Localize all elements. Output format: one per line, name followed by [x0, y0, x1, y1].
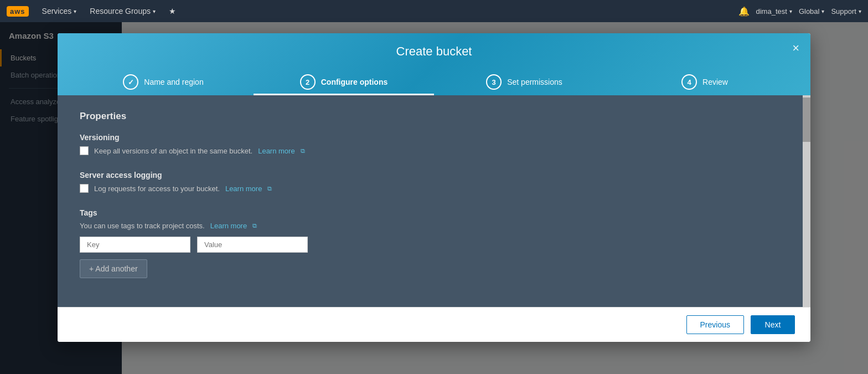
aws-logo[interactable]: aws: [7, 6, 29, 17]
bell-icon: 🔔: [738, 6, 750, 17]
server-logging-learn-more[interactable]: Learn more: [225, 185, 262, 193]
versioning-learn-more[interactable]: Learn more: [258, 147, 294, 155]
nav-user[interactable]: dima_test ▾: [756, 7, 792, 16]
top-nav: aws Services ▾ Resource Groups ▾ ★ 🔔 dim…: [0, 0, 868, 22]
step-2-label: Configure options: [321, 78, 388, 86]
step-4-number: 4: [687, 78, 691, 86]
server-logging-label: Log requests for access to your bucket.: [94, 185, 220, 193]
server-logging-external-icon: ⧉: [267, 185, 272, 192]
versioning-external-icon: ⧉: [301, 147, 305, 155]
modal-title: Create bucket: [396, 44, 472, 59]
next-button[interactable]: Next: [751, 315, 795, 334]
tags-group: Tags You can use tags to track project c…: [80, 208, 781, 278]
nav-pin[interactable]: ★: [164, 0, 180, 22]
services-chevron-icon: ▾: [74, 8, 76, 14]
modal-title-row: Create bucket: [73, 44, 795, 59]
create-bucket-modal: Create bucket × ✓ Name and region 2 Con: [58, 33, 810, 342]
versioning-label: Keep all versions of an object in the sa…: [94, 147, 252, 155]
versioning-row: Keep all versions of an object in the sa…: [80, 146, 781, 155]
step-2-circle: 2: [300, 74, 316, 90]
modal-footer: Previous Next: [58, 307, 810, 342]
aws-logo-text: aws: [7, 6, 29, 17]
server-logging-checkbox[interactable]: [80, 184, 89, 193]
step-2-number: 2: [306, 78, 309, 86]
add-another-label: + Add another: [89, 264, 138, 273]
nav-bell[interactable]: 🔔: [738, 6, 750, 17]
step-1-label: Name and region: [144, 78, 203, 86]
tags-description: You can use tags to track project costs.: [80, 222, 205, 230]
nav-support[interactable]: Support ▾: [831, 7, 861, 16]
server-logging-row: Log requests for access to your bucket. …: [80, 184, 781, 193]
section-title: Properties: [80, 111, 781, 122]
nav-resource-groups[interactable]: Resource Groups ▾: [85, 0, 160, 22]
step-4-label: Review: [702, 78, 728, 86]
add-another-button[interactable]: + Add another: [80, 259, 147, 278]
modal-header: Create bucket × ✓ Name and region 2 Con: [58, 33, 810, 95]
tags-description-row: You can use tags to track project costs.…: [80, 222, 781, 230]
step-4-circle: 4: [681, 74, 697, 90]
tags-title: Tags: [80, 208, 781, 217]
scrollbar-thumb[interactable]: [803, 98, 810, 142]
tag-value-input[interactable]: [197, 237, 308, 253]
nav-right: 🔔 dima_test ▾ Global ▾ Support ▾: [738, 6, 862, 17]
steps-row: ✓ Name and region 2 Configure options 3: [73, 69, 795, 95]
server-logging-group: Server access logging Log requests for a…: [80, 171, 781, 193]
pin-icon: ★: [169, 7, 176, 16]
versioning-checkbox[interactable]: [80, 146, 89, 155]
scrollbar-track[interactable]: [803, 95, 810, 307]
step-1-check-icon: ✓: [128, 78, 134, 86]
server-logging-title: Server access logging: [80, 171, 781, 180]
versioning-group: Versioning Keep all versions of an objec…: [80, 133, 781, 155]
nav-services[interactable]: Services ▾: [38, 0, 81, 22]
modal-body-inner: Properties Versioning Keep all versions …: [58, 95, 803, 307]
step-1[interactable]: ✓ Name and region: [73, 69, 254, 95]
modal-body: Properties Versioning Keep all versions …: [58, 95, 810, 307]
resource-groups-chevron-icon: ▾: [153, 8, 156, 14]
nav-region[interactable]: Global ▾: [799, 7, 825, 16]
tags-inputs: [80, 237, 781, 253]
step-3-number: 3: [492, 78, 496, 86]
tags-learn-more[interactable]: Learn more: [210, 222, 247, 230]
tag-key-input[interactable]: [80, 237, 190, 253]
step-3-label: Set permissions: [507, 78, 562, 86]
modal-backdrop: Create bucket × ✓ Name and region 2 Con: [0, 22, 868, 374]
step-2[interactable]: 2 Configure options: [254, 69, 434, 95]
step-3-circle: 3: [486, 74, 502, 90]
step-4[interactable]: 4 Review: [614, 69, 795, 95]
region-chevron-icon: ▾: [822, 8, 824, 14]
versioning-title: Versioning: [80, 133, 781, 142]
support-chevron-icon: ▾: [859, 8, 861, 14]
step-1-circle: ✓: [123, 74, 138, 90]
tags-external-icon: ⧉: [252, 222, 257, 229]
user-chevron-icon: ▾: [789, 8, 792, 14]
previous-button[interactable]: Previous: [686, 315, 744, 334]
step-3[interactable]: 3 Set permissions: [434, 69, 614, 95]
modal-close-button[interactable]: ×: [792, 42, 799, 54]
